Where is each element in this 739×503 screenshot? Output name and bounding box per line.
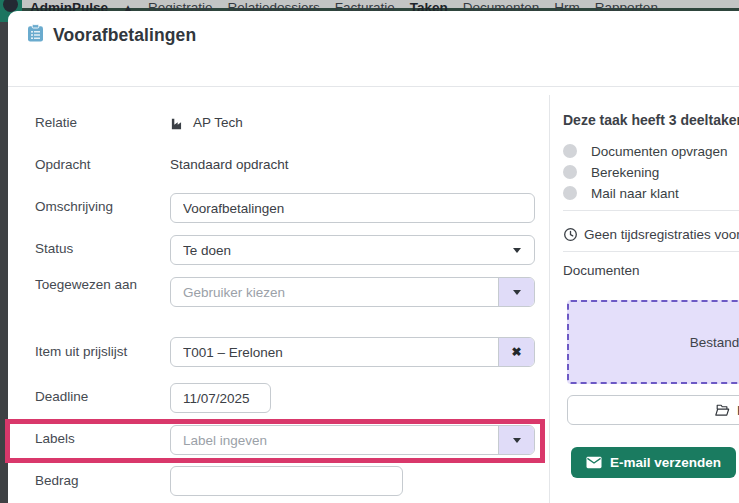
side-divider bbox=[563, 210, 739, 211]
labels-input[interactable] bbox=[171, 426, 498, 454]
opdracht-label: Opdracht bbox=[35, 156, 157, 174]
send-email-button[interactable]: E-mail verzenden bbox=[571, 447, 736, 478]
bedrag-input[interactable] bbox=[171, 467, 402, 495]
company-factory-icon bbox=[170, 116, 185, 131]
prijslijst-label: Item uit prijslijst bbox=[35, 343, 157, 361]
bedrag-label: Bedrag bbox=[35, 472, 157, 490]
subtask-status-circle-icon[interactable] bbox=[563, 186, 577, 200]
modal-title: Voorafbetalingen bbox=[53, 25, 196, 46]
clipboard-task-icon bbox=[27, 24, 44, 42]
toegewezen-input[interactable] bbox=[171, 278, 498, 306]
status-label: Status bbox=[35, 240, 157, 258]
subtasks-heading: Deze taak heeft 3 deeltaken bbox=[563, 112, 739, 128]
chevron-down-icon bbox=[513, 248, 521, 253]
clock-icon bbox=[563, 227, 578, 242]
subtask-status-circle-icon[interactable] bbox=[563, 165, 577, 179]
omschrijving-input[interactable] bbox=[171, 194, 534, 222]
toegewezen-dropdown-button[interactable] bbox=[498, 278, 534, 306]
deadline-label: Deadline bbox=[35, 388, 157, 406]
column-divider bbox=[549, 95, 550, 503]
nav-item-facturatie[interactable]: Facturatie bbox=[335, 1, 395, 11]
status-select[interactable] bbox=[170, 235, 535, 265]
envelope-icon bbox=[586, 456, 602, 469]
file-dropzone[interactable]: Bestanden hierheen slepen bbox=[567, 300, 739, 384]
nav-item-registratie[interactable]: Registratie bbox=[148, 1, 213, 11]
subtask-row[interactable]: Mail naar klant bbox=[563, 184, 679, 202]
relatie-label: Relatie bbox=[35, 114, 157, 132]
choose-files-button[interactable]: Kies bestanden bbox=[567, 395, 739, 425]
relatie-value: AP Tech bbox=[170, 114, 243, 132]
toegewezen-label: Toegewezen aan bbox=[35, 276, 157, 294]
nav-item-hrm[interactable]: Hrm bbox=[554, 1, 580, 11]
header-divider bbox=[8, 86, 739, 87]
bedrag-field-wrap bbox=[170, 466, 403, 496]
prijslijst-clear-button[interactable]: ✖ bbox=[498, 338, 534, 366]
time-registration-row: Geen tijdsregistraties voor deze taak bbox=[563, 227, 739, 242]
omschrijving-label: Omschrijving bbox=[35, 198, 157, 216]
top-navigation-bar: AdminPulse ▲ Registratie Relatiedossiers… bbox=[0, 0, 739, 11]
subtask-row[interactable]: Documenten opvragen bbox=[563, 142, 728, 160]
folder-open-icon bbox=[714, 403, 730, 417]
omschrijving-field-wrap bbox=[170, 193, 535, 223]
task-detail-modal: Voorafbetalingen Relatie AP Tech Opdrach… bbox=[8, 11, 739, 503]
close-x-icon: ✖ bbox=[511, 346, 521, 358]
deadline-input[interactable] bbox=[171, 384, 270, 412]
org-arrow-icon[interactable]: ▲ bbox=[123, 1, 133, 11]
chevron-down-icon bbox=[513, 438, 521, 443]
nav-item-relatiedossiers[interactable]: Relatiedossiers bbox=[227, 1, 319, 11]
side-divider bbox=[563, 251, 739, 252]
chevron-down-icon bbox=[513, 290, 521, 295]
toegewezen-combo bbox=[170, 277, 535, 307]
labels-label: Labels bbox=[35, 430, 157, 448]
subtask-status-circle-icon[interactable] bbox=[563, 144, 577, 158]
status-input[interactable] bbox=[171, 236, 534, 264]
prijslijst-input[interactable] bbox=[171, 338, 498, 366]
nav-item-taken[interactable]: Taken bbox=[410, 1, 448, 11]
deadline-field-wrap bbox=[170, 383, 271, 413]
subtask-row[interactable]: Berekening bbox=[563, 163, 659, 181]
nav-item-rapporten[interactable]: Rapporten bbox=[595, 1, 658, 11]
brand-logo-text[interactable]: AdminPulse bbox=[30, 1, 108, 11]
labels-dropdown-button[interactable] bbox=[498, 426, 534, 454]
documents-label: Documenten bbox=[563, 263, 640, 278]
prijslijst-combo: ✖ bbox=[170, 337, 535, 367]
opdracht-value: Standaard opdracht bbox=[170, 156, 289, 174]
labels-combo bbox=[170, 425, 535, 455]
nav-item-documenten[interactable]: Documenten bbox=[463, 1, 540, 11]
